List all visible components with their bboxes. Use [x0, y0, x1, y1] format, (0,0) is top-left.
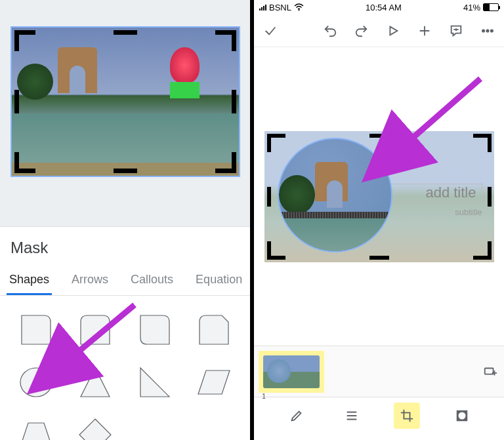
insert-button[interactable] [417, 24, 432, 38]
crop-handle-top-right[interactable] [215, 30, 236, 51]
mask-sheet: Mask Shapes Arrows Callouts Equation [0, 226, 250, 440]
svg-point-4 [486, 30, 488, 31]
canvas-area [0, 0, 250, 224]
slide-canvas[interactable]: add title subtitle [254, 47, 504, 346]
mask-sheet-title: Mask [0, 227, 250, 266]
svg-point-2 [298, 10, 299, 11]
signal-icon [259, 5, 266, 10]
shape-parallelogram[interactable] [191, 363, 237, 402]
bottom-toolbar [254, 397, 504, 433]
slide-number: 1 [262, 392, 266, 400]
svg-point-5 [491, 30, 493, 31]
crop-handle-top[interactable] [369, 134, 389, 138]
status-bar: BSNL 10:54 AM 41% [254, 0, 504, 14]
svg-point-3 [482, 30, 484, 31]
selected-image[interactable] [10, 26, 240, 177]
tab-arrows[interactable]: Arrows [69, 266, 111, 295]
shape-diamond[interactable] [72, 415, 118, 440]
shape-round-single-corner[interactable] [13, 310, 59, 350]
crop-handle-top-left[interactable] [267, 134, 285, 152]
battery-icon [483, 3, 499, 11]
tab-shapes[interactable]: Shapes [7, 266, 52, 295]
shape-triangle[interactable] [72, 363, 118, 402]
mask-category-tabs: Shapes Arrows Callouts Equation [0, 266, 250, 296]
masked-image-frame[interactable]: add title subtitle [264, 131, 494, 262]
filmstrip: 1 [254, 346, 504, 397]
crop-handle-bottom[interactable] [114, 169, 137, 173]
shape-snip-round-corner[interactable] [191, 310, 237, 350]
mask-shape-picker-screen: Mask Shapes Arrows Callouts Equation [0, 0, 250, 440]
crop-handle-right[interactable] [232, 90, 236, 113]
carrier-label: BSNL [269, 3, 291, 12]
editor-toolbar [254, 14, 504, 47]
done-button[interactable] [263, 24, 278, 38]
new-slide-button[interactable] [483, 365, 497, 379]
clock-label: 10:54 AM [366, 3, 402, 12]
crop-handle-bottom-left[interactable] [14, 152, 35, 173]
slides-editor-screen: BSNL 10:54 AM 41% add title subtitle [254, 0, 504, 440]
crop-handle-top-right[interactable] [473, 134, 492, 152]
crop-handle-bottom-right[interactable] [215, 152, 236, 173]
present-button[interactable] [386, 24, 400, 38]
slide-thumbnail[interactable]: 1 [261, 353, 322, 391]
tab-equation[interactable]: Equation [193, 266, 245, 295]
shape-right-triangle[interactable] [132, 363, 178, 402]
comment-button[interactable] [449, 24, 463, 38]
crop-handle-bottom-left[interactable] [267, 241, 285, 260]
edit-button[interactable] [284, 403, 310, 429]
shape-trapezoid[interactable] [13, 415, 59, 440]
crop-handle-left[interactable] [14, 90, 19, 113]
more-button[interactable] [480, 24, 495, 38]
tab-callouts[interactable]: Callouts [128, 266, 176, 295]
title-placeholder[interactable]: add title [390, 184, 482, 202]
wifi-icon [294, 3, 304, 11]
text-format-button[interactable] [339, 403, 365, 429]
svg-rect-6 [485, 368, 494, 374]
crop-button[interactable] [394, 403, 420, 429]
shape-round-same-side-corners[interactable] [72, 310, 118, 350]
crop-handle-bottom[interactable] [369, 256, 389, 260]
redo-button[interactable] [354, 24, 369, 38]
battery-percentage: 41% [463, 3, 480, 12]
crop-handle-left[interactable] [267, 187, 271, 207]
undo-button[interactable] [323, 24, 337, 38]
crop-handle-top[interactable] [114, 30, 137, 35]
crop-handle-right[interactable] [488, 187, 492, 207]
svg-point-0 [20, 368, 52, 397]
crop-handle-bottom-right[interactable] [473, 241, 492, 260]
svg-point-8 [458, 412, 465, 419]
mask-button[interactable] [449, 403, 475, 429]
subtitle-placeholder[interactable]: subtitle [455, 207, 482, 217]
shape-oval[interactable] [13, 363, 59, 402]
shape-grid [0, 296, 250, 440]
crop-handle-top-left[interactable] [14, 30, 35, 51]
masked-image-oval[interactable] [278, 138, 392, 252]
shape-round-opposite-corners[interactable] [132, 310, 178, 350]
